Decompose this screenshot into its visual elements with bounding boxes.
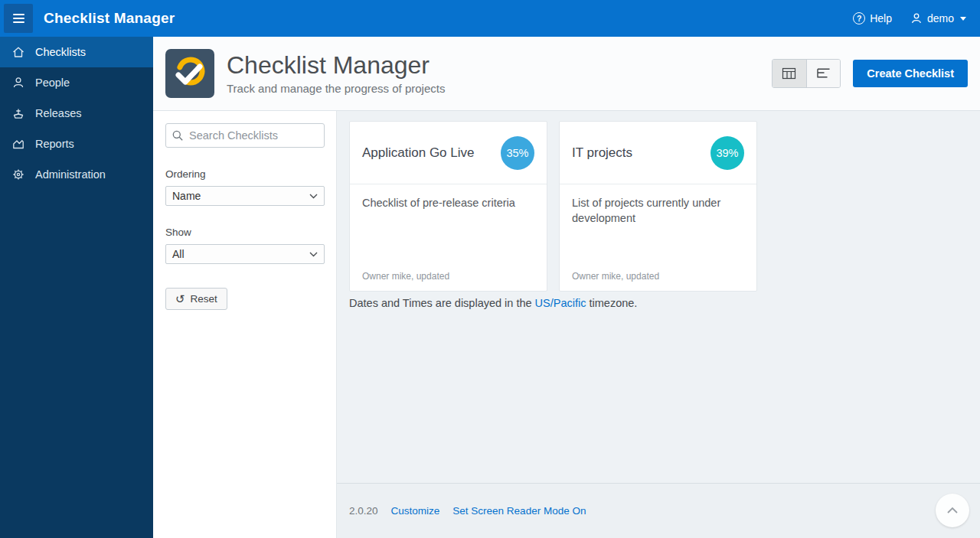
card-body: Checklist of pre-release criteria Owner … xyxy=(350,184,547,291)
gear-icon xyxy=(11,168,25,181)
search-checklists-input[interactable] xyxy=(165,123,325,148)
progress-badge: 39% xyxy=(710,136,744,170)
sidebar-item-releases[interactable]: Releases xyxy=(0,98,153,129)
show-label: Show xyxy=(165,227,324,238)
checklist-manager-app: Checklist Manager ? Help demo xyxy=(0,0,980,538)
main-content: Application Go Live 35% Checklist of pre… xyxy=(337,111,980,483)
home-icon xyxy=(11,45,25,59)
sidebar-item-checklists[interactable]: Checklists xyxy=(0,37,153,67)
app-version: 2.0.20 xyxy=(349,505,378,517)
search-box xyxy=(165,123,325,148)
ship-icon xyxy=(11,106,25,120)
card-description: List of projects currently under develop… xyxy=(572,195,744,227)
user-menu[interactable]: demo xyxy=(910,12,966,24)
grid-view-icon xyxy=(782,67,797,80)
user-icon xyxy=(910,12,923,24)
sidebar-item-label: People xyxy=(35,77,70,89)
topbar-app-title: Checklist Manager xyxy=(44,10,175,27)
view-toggle-group xyxy=(772,59,841,88)
screen-reader-mode-link[interactable]: Set Screen Reader Mode On xyxy=(452,505,586,517)
create-checklist-button[interactable]: Create Checklist xyxy=(853,60,968,87)
reset-button[interactable]: ↺ Reset xyxy=(165,288,227,310)
sidebar-item-administration[interactable]: Administration xyxy=(0,159,153,190)
report-view-icon xyxy=(816,67,831,80)
sidebar-nav: Checklists People Releases Repor xyxy=(0,37,153,538)
checklist-cards: Application Go Live 35% Checklist of pre… xyxy=(349,121,968,292)
person-icon xyxy=(11,76,25,90)
chart-icon xyxy=(11,137,25,151)
chevron-down-icon xyxy=(309,194,318,199)
sidebar-item-label: Releases xyxy=(35,107,81,119)
sidebar-item-reports[interactable]: Reports xyxy=(0,129,153,159)
timezone-link[interactable]: US/Pacific xyxy=(535,297,586,309)
page-header-actions: Create Checklist xyxy=(772,59,968,88)
ordering-select[interactable]: Name xyxy=(165,186,325,206)
scroll-to-top-button[interactable] xyxy=(936,494,969,527)
sidebar-item-label: Administration xyxy=(35,168,106,181)
sidebar-item-label: Checklists xyxy=(35,46,86,58)
checklist-card[interactable]: IT projects 39% List of projects current… xyxy=(559,121,757,292)
page-header: Checklist Manager Track and manage the p… xyxy=(153,37,980,111)
card-header: IT projects 39% xyxy=(560,122,756,184)
card-owner-note: Owner mike, updated xyxy=(572,271,744,282)
page-header-text: Checklist Manager Track and manage the p… xyxy=(227,52,445,95)
timezone-note: Dates and Times are displayed in the US/… xyxy=(349,297,968,309)
progress-badge: 35% xyxy=(501,136,534,170)
filter-panel: Ordering Name Show All ↺ Reset xyxy=(153,111,337,538)
card-header: Application Go Live 35% xyxy=(350,122,547,184)
card-body: List of projects currently under develop… xyxy=(560,184,756,291)
ordering-value: Name xyxy=(172,190,201,202)
report-view-button[interactable] xyxy=(806,60,840,87)
page-title: Checklist Manager xyxy=(227,52,445,79)
user-label: demo xyxy=(927,12,954,24)
sidebar-item-label: Reports xyxy=(35,138,74,150)
chevron-down-icon xyxy=(309,252,318,257)
ordering-label: Ordering xyxy=(165,168,324,180)
topbar-right: ? Help demo xyxy=(853,12,980,24)
help-link[interactable]: ? Help xyxy=(853,12,892,24)
caret-down-icon xyxy=(960,17,966,21)
help-icon: ? xyxy=(853,12,865,24)
reset-label: Reset xyxy=(191,293,217,305)
grid-view-button[interactable] xyxy=(773,60,806,87)
sidebar-item-people[interactable]: People xyxy=(0,67,153,98)
customize-link[interactable]: Customize xyxy=(391,505,440,517)
reset-icon: ↺ xyxy=(175,293,185,305)
card-description: Checklist of pre-release criteria xyxy=(362,195,534,210)
card-title: Application Go Live xyxy=(362,145,474,161)
app-logo-icon xyxy=(165,49,214,98)
help-label: Help xyxy=(870,12,892,24)
hamburger-icon xyxy=(13,14,24,15)
show-value: All xyxy=(172,248,185,260)
checklist-card[interactable]: Application Go Live 35% Checklist of pre… xyxy=(349,121,547,292)
card-title: IT projects xyxy=(572,145,632,161)
page-subtitle: Track and manage the progress of project… xyxy=(227,82,445,95)
topbar: Checklist Manager ? Help demo xyxy=(0,0,980,37)
show-select[interactable]: All xyxy=(165,244,325,264)
hamburger-menu-button[interactable] xyxy=(4,4,33,33)
footer: 2.0.20 Customize Set Screen Reader Mode … xyxy=(337,483,980,538)
card-owner-note: Owner mike, updated xyxy=(362,271,534,282)
chevron-up-icon xyxy=(946,507,959,514)
search-icon xyxy=(172,129,184,142)
